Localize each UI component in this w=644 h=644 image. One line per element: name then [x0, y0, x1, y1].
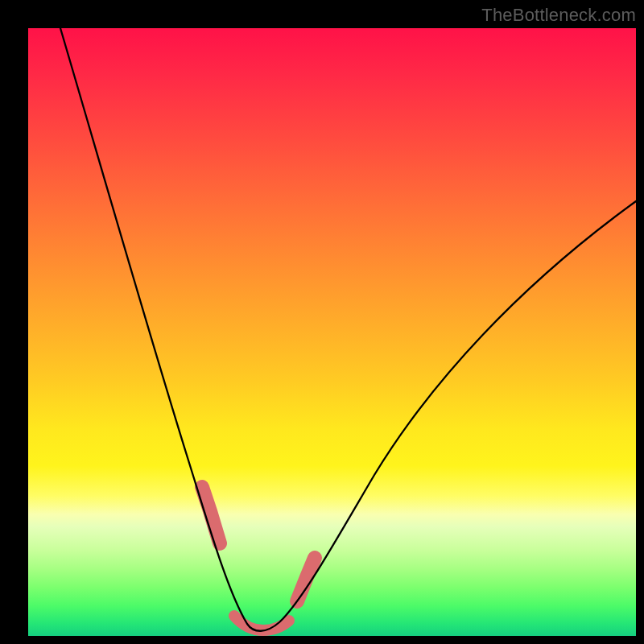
bottleneck-curve	[28, 28, 636, 636]
watermark-text: TheBottleneck.com	[481, 5, 636, 26]
plot-area	[28, 28, 636, 636]
curve-path	[60, 28, 636, 631]
chart-frame: TheBottleneck.com	[0, 0, 644, 644]
valley-marker	[234, 616, 289, 630]
